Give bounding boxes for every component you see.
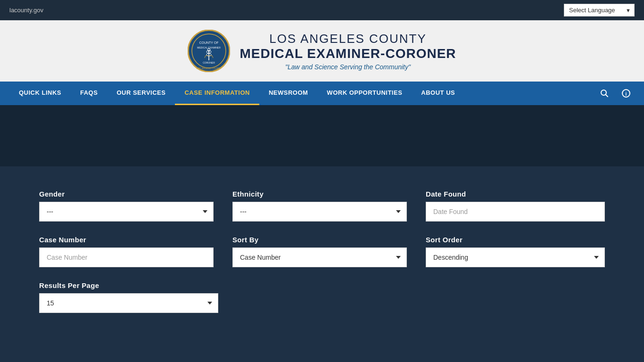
search-icon [600,89,609,98]
date-found-label: Date Found [426,190,605,198]
svg-line-14 [606,95,608,97]
svg-text:LOS ANGELES COUNTY: LOS ANGELES COUNTY [197,67,222,70]
nav-item-work-opportunities[interactable]: WORK OPPORTUNITIES [317,82,412,105]
nav-item-newsroom[interactable]: NEWSROOM [259,82,317,105]
sort-order-select[interactable]: Descending Ascending [426,247,605,267]
svg-text:COUNTY OF: COUNTY OF [199,41,219,44]
search-button[interactable] [596,85,613,102]
case-number-group: Case Number [39,236,214,267]
sort-order-group: Sort Order Descending Ascending [426,236,605,267]
org-logo: COUNTY OF MEDICAL EXAMINER CORONER LOS A… [188,30,230,72]
nav-item-faqs[interactable]: FAQS [71,82,107,105]
ethnicity-group: Ethnicity --- Hispanic White Black Asian… [232,190,407,222]
info-button[interactable]: i [618,85,635,102]
nav-link-newsroom[interactable]: NEWSROOM [259,82,317,104]
nav-item-case-information[interactable]: CASE INFORMATION [175,82,259,105]
nav-link-faqs[interactable]: FAQS [71,82,107,104]
hero-banner [0,105,644,166]
nav-item-about-us[interactable]: ABOUT US [412,82,464,105]
language-selector-wrapper[interactable]: Select Language ▼ [564,4,635,16]
results-per-page-label: Results Per Page [39,281,218,289]
top-bar: lacounty.gov Select Language ▼ [0,0,644,20]
sort-order-label: Sort Order [426,236,605,244]
nav-list: QUICK LINKS FAQS OUR SERVICES CASE INFOR… [9,82,596,105]
header-text: LOS ANGELES COUNTY MEDICAL EXAMINER-CORO… [239,32,456,71]
nav-icon-area: i [596,85,635,102]
date-found-input[interactable] [426,202,605,222]
case-number-label: Case Number [39,236,214,244]
sort-order-select-wrapper[interactable]: Descending Ascending [426,247,605,267]
site-header: COUNTY OF MEDICAL EXAMINER CORONER LOS A… [0,20,644,82]
date-found-group: Date Found [426,190,605,222]
ethnicity-select-wrapper[interactable]: --- Hispanic White Black Asian Other [232,202,407,222]
form-row-3: Results Per Page 15 25 50 100 [39,281,605,313]
svg-text:CORONER: CORONER [203,61,215,64]
ethnicity-select[interactable]: --- Hispanic White Black Asian Other [232,202,407,222]
nav-item-quick-links[interactable]: QUICK LINKS [9,82,71,105]
gender-select-wrapper[interactable]: --- Male Female Unknown [39,202,214,222]
form-row-1: Gender --- Male Female Unknown Ethnicity… [39,190,605,222]
svg-text:i: i [626,91,627,97]
nav-item-our-services[interactable]: OUR SERVICES [107,82,175,105]
org-name-line1: LOS ANGELES COUNTY [239,32,456,46]
nav-link-about-us[interactable]: ABOUT US [412,82,464,104]
sort-by-select-wrapper[interactable]: Case Number Date Found Gender Ethnicity [232,247,407,267]
results-per-page-select[interactable]: 15 25 50 100 [39,293,218,313]
form-row-2: Case Number Sort By Case Number Date Fou… [39,236,605,267]
gender-group: Gender --- Male Female Unknown [39,190,214,222]
results-per-page-group: Results Per Page 15 25 50 100 [39,281,218,313]
sort-by-select[interactable]: Case Number Date Found Gender Ethnicity [232,247,407,267]
org-name-line2: MEDICAL EXAMINER-CORONER [239,46,456,61]
gender-label: Gender [39,190,214,198]
ethnicity-label: Ethnicity [232,190,407,198]
search-form: Gender --- Male Female Unknown Ethnicity… [39,190,605,313]
main-nav: QUICK LINKS FAQS OUR SERVICES CASE INFOR… [0,82,644,105]
main-content: Gender --- Male Female Unknown Ethnicity… [0,166,644,362]
nav-link-work-opportunities[interactable]: WORK OPPORTUNITIES [317,82,412,104]
case-number-input[interactable] [39,247,214,267]
language-select[interactable]: Select Language [564,4,635,16]
gender-select[interactable]: --- Male Female Unknown [39,202,214,222]
org-tagline: "Law and Science Serving the Community" [239,63,456,71]
nav-link-our-services[interactable]: OUR SERVICES [107,82,175,104]
sort-by-group: Sort By Case Number Date Found Gender Et… [232,236,407,267]
site-url: lacounty.gov [9,7,43,14]
nav-link-case-information[interactable]: CASE INFORMATION [175,82,259,105]
nav-link-quick-links[interactable]: QUICK LINKS [9,82,71,104]
sort-by-label: Sort By [232,236,407,244]
results-per-page-select-wrapper[interactable]: 15 25 50 100 [39,293,218,313]
info-icon: i [622,89,630,98]
